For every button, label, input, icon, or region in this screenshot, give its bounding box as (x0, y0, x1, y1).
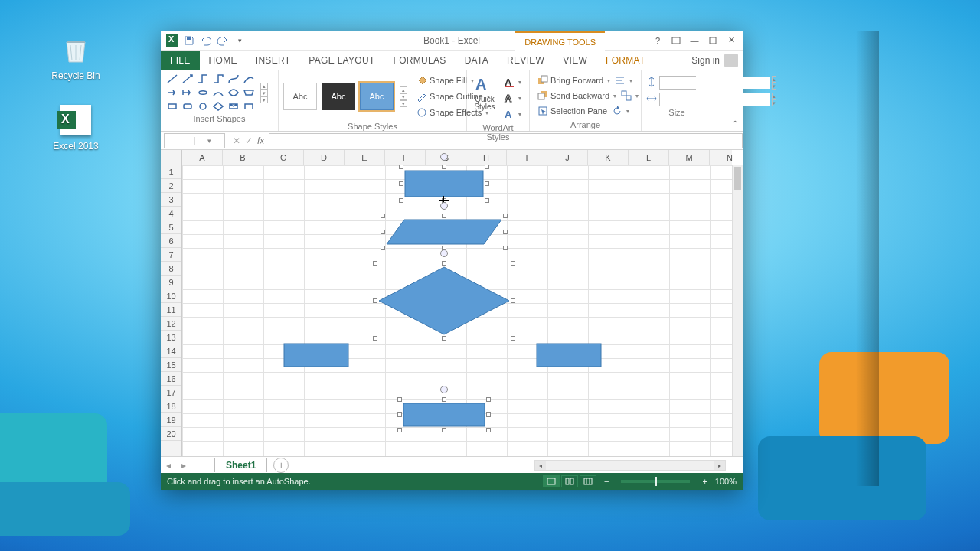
maximize-button[interactable] (704, 33, 721, 48)
minimize-button[interactable]: — (686, 33, 703, 48)
save-icon[interactable] (182, 34, 196, 47)
row-headers[interactable]: 1234567891011121314151617181920 (161, 165, 182, 456)
row-header[interactable]: 9 (161, 276, 181, 289)
tab-data[interactable]: DATA (456, 51, 498, 70)
view-page-layout-button[interactable] (561, 475, 578, 487)
help-button[interactable]: ? (649, 33, 666, 48)
text-outline-button[interactable]: A (501, 90, 524, 106)
cancel-formula-icon[interactable]: ✕ (233, 135, 240, 146)
tab-insert[interactable]: INSERT (247, 51, 300, 70)
rotate-handle[interactable] (440, 153, 448, 161)
view-page-break-button[interactable] (580, 475, 596, 487)
sheet-nav-next[interactable]: ▸ (176, 460, 191, 471)
flowchart-shape-data[interactable] (386, 219, 502, 245)
rotate-handle[interactable] (440, 386, 448, 393)
col-header[interactable]: N (710, 150, 743, 165)
row-header[interactable]: 5 (161, 220, 181, 234)
tab-format[interactable]: FORMAT (596, 51, 655, 70)
flowchart-shape-process-4[interactable] (403, 403, 485, 427)
shape-style-gallery[interactable]: Abc Abc Abc ▴▾▾ (283, 73, 407, 120)
selection-pane-button[interactable]: Selection Pane (534, 103, 610, 119)
view-normal-button[interactable] (543, 475, 560, 487)
row-header[interactable]: 8 (161, 262, 181, 276)
sign-in-link[interactable]: Sign in (691, 55, 720, 66)
row-header[interactable]: 1 (161, 165, 181, 179)
select-all-corner[interactable] (161, 150, 182, 165)
col-header[interactable]: F (385, 150, 426, 165)
column-headers[interactable]: ABCDEFGHIJKLMN (182, 150, 732, 165)
shapes-gallery[interactable] (165, 73, 256, 112)
row-header[interactable]: 10 (161, 289, 181, 303)
rotate-button[interactable] (610, 103, 631, 119)
col-header[interactable]: H (466, 150, 507, 165)
shape-height-input[interactable]: ▴▾ (659, 76, 696, 90)
collapse-ribbon-icon[interactable]: ⌃ (732, 119, 738, 128)
flowchart-shape-decision[interactable] (378, 266, 510, 335)
zoom-out-button[interactable]: − (604, 477, 609, 486)
horizontal-scrollbar[interactable]: ◂▸ (534, 460, 726, 471)
text-effects-button[interactable]: A (501, 106, 524, 122)
row-header[interactable]: 17 (161, 386, 181, 399)
tab-page-layout[interactable]: PAGE LAYOUT (299, 51, 384, 70)
desktop-icon-excel[interactable]: Excel 2013 (46, 103, 106, 152)
col-header[interactable]: M (669, 150, 710, 165)
flowchart-shape-process-3[interactable] (536, 343, 602, 367)
zoom-slider[interactable] (621, 480, 690, 483)
col-header[interactable]: K (588, 150, 629, 165)
quick-styles-button[interactable]: A Quick Styles (472, 73, 498, 111)
selection-handles[interactable] (383, 216, 505, 248)
flowchart-shape-process-2[interactable] (283, 343, 349, 367)
selection-handles[interactable] (400, 399, 488, 430)
sheet-nav-prev[interactable]: ◂ (161, 460, 176, 471)
col-header[interactable]: E (345, 150, 385, 165)
row-header[interactable]: 12 (161, 317, 181, 331)
col-header[interactable]: B (223, 150, 263, 165)
row-header[interactable]: 2 (161, 179, 181, 193)
vertical-scrollbar[interactable] (732, 165, 743, 456)
qat-customize-icon[interactable]: ▾ (233, 34, 247, 47)
col-header[interactable]: C (263, 150, 304, 165)
row-header[interactable]: 19 (161, 413, 181, 427)
row-header[interactable]: 20 (161, 427, 181, 441)
row-header[interactable]: 16 (161, 372, 181, 386)
group-button[interactable] (619, 88, 640, 103)
enter-formula-icon[interactable]: ✓ (245, 135, 253, 146)
undo-icon[interactable] (199, 34, 213, 47)
col-header[interactable]: D (304, 150, 345, 165)
row-header[interactable]: 15 (161, 358, 181, 372)
align-button[interactable] (613, 73, 634, 88)
row-header[interactable]: 18 (161, 399, 181, 413)
col-header[interactable]: A (182, 150, 223, 165)
row-header[interactable]: 14 (161, 344, 181, 358)
row-header[interactable]: 4 (161, 207, 181, 220)
spreadsheet-grid[interactable]: ABCDEFGHIJKLMN 1234567891011121314151617… (161, 150, 743, 456)
row-header[interactable]: 13 (161, 331, 181, 344)
tab-file[interactable]: FILE (161, 51, 200, 70)
tab-view[interactable]: VIEW (554, 51, 596, 70)
selection-handles[interactable] (375, 263, 513, 338)
sheet-tab-sheet1[interactable]: Sheet1 (214, 458, 267, 472)
col-header[interactable]: J (547, 150, 588, 165)
desktop-icon-recycle-bin[interactable]: Recycle Bin (46, 32, 106, 81)
text-fill-button[interactable]: A (501, 74, 524, 90)
ribbon-display-button[interactable] (668, 33, 684, 48)
shapes-gallery-scroll[interactable]: ▴▾▾ (260, 73, 268, 112)
row-header[interactable]: 7 (161, 248, 181, 262)
style-thumb-outline[interactable]: Abc (283, 83, 317, 110)
tab-home[interactable]: HOME (200, 51, 247, 70)
zoom-in-button[interactable]: + (702, 477, 707, 486)
row-header[interactable]: 11 (161, 303, 181, 317)
shape-width-input[interactable]: ▴▾ (659, 93, 696, 106)
add-sheet-button[interactable]: + (273, 458, 289, 473)
row-header[interactable]: 6 (161, 234, 181, 248)
bring-forward-button[interactable]: Bring Forward (534, 73, 613, 88)
style-gallery-scroll[interactable]: ▴▾▾ (400, 86, 407, 107)
cells-area[interactable] (182, 165, 732, 456)
style-thumb-dark[interactable]: Abc (322, 83, 355, 110)
flowchart-shape-process-1[interactable] (404, 170, 484, 197)
redo-icon[interactable] (216, 34, 230, 47)
tab-formulas[interactable]: FORMULAS (384, 51, 456, 70)
rotate-handle[interactable] (440, 202, 448, 210)
col-header[interactable]: I (507, 150, 547, 165)
zoom-level[interactable]: 100% (715, 477, 737, 486)
